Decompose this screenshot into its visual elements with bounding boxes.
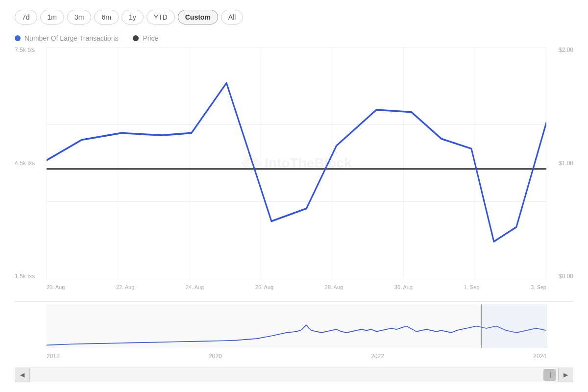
mini-x-2018: 2018 (47, 353, 60, 360)
x-label-7: 3. Sep (531, 284, 546, 290)
ytd-btn[interactable]: YTD (147, 10, 175, 24)
scroll-left-btn[interactable]: ◀ (15, 368, 30, 382)
main-chart-svg (47, 47, 546, 279)
mini-chart-svg (47, 304, 546, 348)
chart-legend: Number Of Large Transactions Price (15, 34, 573, 42)
thumb-line-2 (550, 372, 551, 378)
x-label-3: 26. Aug (255, 284, 273, 290)
transactions-dot (15, 35, 21, 41)
all-btn[interactable]: All (221, 10, 244, 24)
x-label-2: 24. Aug (186, 284, 204, 290)
mini-x-2024: 2024 (533, 353, 546, 360)
x-label-1: 22. Aug (116, 284, 134, 290)
y-label-bot: 1.5k txs (15, 273, 47, 279)
mini-x-2022: 2022 (371, 353, 384, 360)
price-dot (133, 35, 139, 41)
y-right-mid: $1.00 (559, 160, 573, 166)
mini-x-axis: 2018 2020 2022 2024 (47, 350, 546, 365)
chart-wrapper: 7.5k txs 4.5k txs 1.5k txs $2.00 $1.00 $… (15, 47, 573, 382)
y-right-bot: $0.00 (559, 273, 573, 279)
thumb-line-1 (549, 372, 549, 378)
mini-chart-inner (47, 304, 546, 348)
scrollbar[interactable]: ◀ ▶ (15, 368, 573, 382)
y-right-top: $2.00 (559, 47, 573, 53)
main-container: 7d 1m 3m 6m 1y YTD Custom All Number Of … (0, 0, 588, 392)
scroll-track[interactable] (30, 368, 558, 382)
y-label-mid: 4.5k txs (15, 160, 47, 166)
svg-rect-18 (481, 304, 546, 348)
x-label-6: 1. Sep (464, 284, 480, 290)
mini-chart-section: 2018 2020 2022 2024 (15, 301, 573, 365)
custom-btn[interactable]: Custom (178, 10, 218, 24)
7d-btn[interactable]: 7d (15, 10, 37, 24)
y-axis-right: $2.00 $1.00 $0.00 (546, 47, 573, 279)
1y-btn[interactable]: 1y (122, 10, 144, 24)
legend-price: Price (133, 34, 158, 42)
scroll-thumb-lines (549, 372, 551, 378)
scroll-right-btn[interactable]: ▶ (558, 368, 573, 382)
6m-btn[interactable]: 6m (94, 10, 118, 24)
1m-btn[interactable]: 1m (40, 10, 64, 24)
x-label-4: 28. Aug (325, 284, 343, 290)
y-label-top: 7.5k txs (15, 47, 47, 53)
scroll-thumb[interactable] (543, 369, 556, 381)
mini-x-2020: 2020 (209, 353, 222, 360)
svg-rect-17 (47, 304, 546, 348)
3m-btn[interactable]: 3m (67, 10, 91, 24)
chart-svg-container: IntoTheBlock (47, 47, 546, 279)
x-label-5: 30. Aug (394, 284, 413, 290)
price-label: Price (143, 34, 158, 42)
main-chart-area: 7.5k txs 4.5k txs 1.5k txs $2.00 $1.00 $… (15, 47, 573, 299)
x-label-0: 20. Aug (47, 284, 65, 290)
x-axis: 20. Aug 22. Aug 24. Aug 26. Aug 28. Aug … (47, 282, 546, 299)
legend-transactions: Number Of Large Transactions (15, 34, 118, 42)
time-range-selector: 7d 1m 3m 6m 1y YTD Custom All (15, 10, 573, 24)
y-axis-left: 7.5k txs 4.5k txs 1.5k txs (15, 47, 47, 279)
transactions-label: Number Of Large Transactions (24, 34, 118, 42)
